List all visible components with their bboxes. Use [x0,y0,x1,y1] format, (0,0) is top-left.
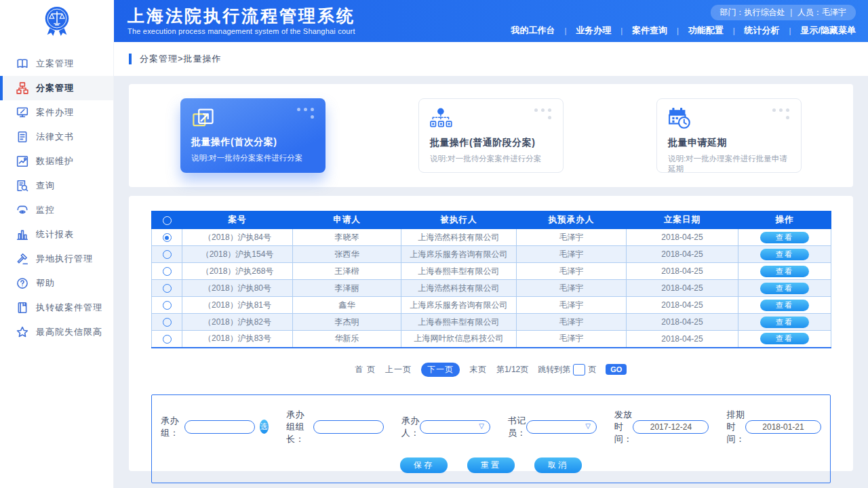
cell-handler: 毛泽宇 [517,280,627,297]
save-button[interactable]: 保存 [400,458,448,473]
nav-my-workbench[interactable]: 我的工作台 [511,24,555,37]
cell-executee: 上海浩然科技有限公司 [401,280,517,297]
nav-toggle-menu[interactable]: 显示/隐藏菜单 [800,24,856,37]
sidebar: 立案管理 分案管理 案件办理 法律文书 数据维护 查询 监控 统计报表 [0,42,114,488]
col-filing-date: 立案日期 [627,211,738,229]
schedule-date-input[interactable] [745,420,821,434]
sidebar-item-case-assignment[interactable]: 分案管理 [0,76,113,100]
group-leader-label: 承办组组长： [286,409,313,445]
jump-suffix-label: 页 [588,364,596,375]
cell-filing-date: 2018-04-25 [627,263,738,280]
pagination-jump-group: 跳转到第 页 [538,364,596,375]
sidebar-item-query[interactable]: 查询 [0,174,113,198]
field-handler: 承办人： ▽ [401,415,490,439]
nav-business-handling[interactable]: 业务办理 [576,24,611,37]
view-button[interactable]: 查看 [760,283,809,294]
sidebar-item-case-filing[interactable]: 立案管理 [0,52,113,76]
cell-executee: 上海春熙丰型有限公司 [401,263,517,280]
nav-statistics[interactable]: 统计分析 [745,24,780,37]
cell-case-number: （2018）沪执154号 [182,246,293,263]
sidebar-item-bankruptcy-cases[interactable]: 执转破案件管理 [0,296,113,320]
cell-applicant: 李晓琴 [293,229,401,246]
cell-case-number: （2018）沪执80号 [182,280,293,297]
view-button[interactable]: 查看 [760,317,809,328]
field-clerk: 书记员： ▽ [508,415,597,439]
group-leader-input[interactable] [313,420,384,434]
row-radio[interactable] [163,318,172,327]
pagination-prev[interactable]: 上一页 [385,364,412,375]
view-button[interactable]: 查看 [760,333,809,344]
cell-applicant: 王泽楷 [293,263,401,280]
pagination-first[interactable]: 首 页 [355,364,376,375]
sidebar-item-supreme-court-dishonesty[interactable]: 最高院失信限高 [0,320,113,344]
handler-group-input[interactable] [184,420,255,434]
row-radio[interactable] [163,233,172,242]
view-button[interactable]: 查看 [760,232,809,243]
pick-button[interactable]: 选 [260,420,269,434]
row-radio[interactable] [163,250,172,259]
header-radio-icon [163,216,172,225]
issue-date-input[interactable] [633,420,709,434]
col-applicant: 申请人 [293,211,401,229]
row-radio[interactable] [163,267,172,276]
sidebar-item-case-handling[interactable]: 案件办理 [0,100,113,125]
cell-handler: 毛泽宇 [517,229,627,246]
field-schedule-date: 排期时间： [726,409,821,445]
pagination-next[interactable]: 下一页 [421,363,460,377]
sidebar-item-monitoring[interactable]: 监控 [0,198,113,222]
assignment-form: 承办组： 选 承办组组长： 承办人： ▽ [151,394,831,483]
jump-page-input[interactable] [573,364,585,375]
view-button[interactable]: 查看 [760,266,809,277]
cell-applicant: 鑫华 [293,297,401,314]
handler-group-label: 承办组： [161,415,184,439]
nav-function-config[interactable]: 功能配置 [688,24,724,37]
cancel-button[interactable]: 取消 [534,458,582,473]
go-button[interactable]: GO [606,364,627,375]
more-dots-icon [772,108,790,120]
table-header-row: 案号 申请人 被执行人 执预承办人 立案日期 操作 [152,211,831,229]
pagination-last[interactable]: 末页 [469,364,487,375]
reset-button[interactable]: 重置 [467,458,515,473]
col-actions: 操作 [738,211,831,229]
row-radio[interactable] [163,335,172,344]
breadcrumb: 分案管理>批量操作 [140,53,222,65]
cell-applicant: 张西华 [293,246,401,263]
cell-handler: 毛泽宇 [517,314,627,331]
row-radio[interactable] [163,284,172,293]
handler-select-input[interactable] [420,420,490,434]
card-batch-first-assignment[interactable]: 批量操作(首次分案) 说明:对一批待分案案件进行分案 [180,98,326,173]
clerk-select[interactable]: ▽ [526,420,597,434]
view-button[interactable]: 查看 [760,249,809,260]
sidebar-item-statistics-report[interactable]: 统计报表 [0,222,113,247]
cell-filing-date: 2018-04-25 [627,229,738,246]
nav-separator: ｜ [561,26,569,36]
card-batch-extension-request[interactable]: 批量申请延期 说明:对一批办理案件进行批量申请延期 [656,98,802,173]
view-button[interactable]: 查看 [760,300,809,311]
document-icon [16,131,28,143]
table-row: （2018）沪执83号 华新乐 上海网叶欣信息科技公司 毛泽宇 2018-04-… [152,331,831,348]
monitor-icon [16,106,28,119]
nav-case-query[interactable]: 案件查询 [632,24,667,37]
calendar-clock-icon [668,107,790,136]
handler-select[interactable]: ▽ [420,420,490,434]
operation-cards-panel: 批量操作(首次分案) 说明:对一批待分案案件进行分案 [129,84,853,187]
row-radio[interactable] [163,301,172,310]
card-batch-stage-assignment[interactable]: 批量操作(普通阶段分案) 说明:对一批待分案案件进行分案 [418,98,564,173]
sidebar-item-legal-documents[interactable]: 法律文书 [0,125,113,149]
breadcrumb-accent-bar [129,54,132,64]
main-content: 分案管理>批量操作 批量操作(首次分案) 说明:对一批待分案案件进行分案 [114,42,868,488]
nav-separator: ｜ [674,26,682,36]
cell-executee: 上海席乐服务咨询有限公司 [401,246,517,263]
sidebar-item-remote-execution[interactable]: 异地执行管理 [0,247,113,271]
more-dots-icon [297,108,315,119]
sidebar-item-data-maintenance[interactable]: 数据维护 [0,149,113,174]
issue-date-label: 发放时间： [614,409,633,445]
table-row: （2018）沪执81号 鑫华 上海席乐服务咨询有限公司 毛泽宇 2018-04-… [152,297,831,314]
tree-icon [430,107,552,136]
cell-applicant: 李泽丽 [293,280,401,297]
bar-chart-icon [16,228,28,241]
clerk-select-input[interactable] [526,420,597,434]
cell-handler: 毛泽宇 [517,297,627,314]
sidebar-item-help[interactable]: 帮助 [0,271,113,296]
cell-executee: 上海网叶欣信息科技公司 [401,331,517,348]
